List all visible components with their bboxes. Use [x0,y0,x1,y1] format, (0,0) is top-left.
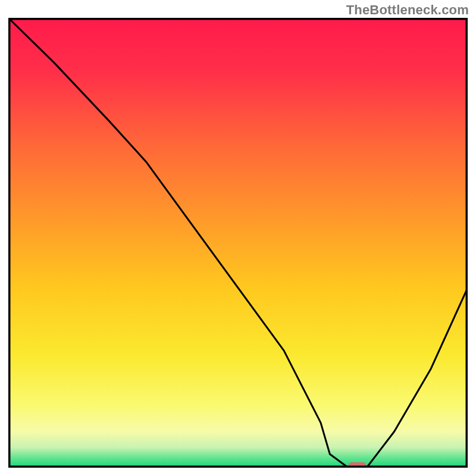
watermark-text: TheBottleneck.com [346,2,469,18]
gradient-background [8,18,468,468]
bottleneck-plot [8,18,468,468]
plot-svg [8,18,468,468]
chart-canvas: TheBottleneck.com [0,0,476,476]
